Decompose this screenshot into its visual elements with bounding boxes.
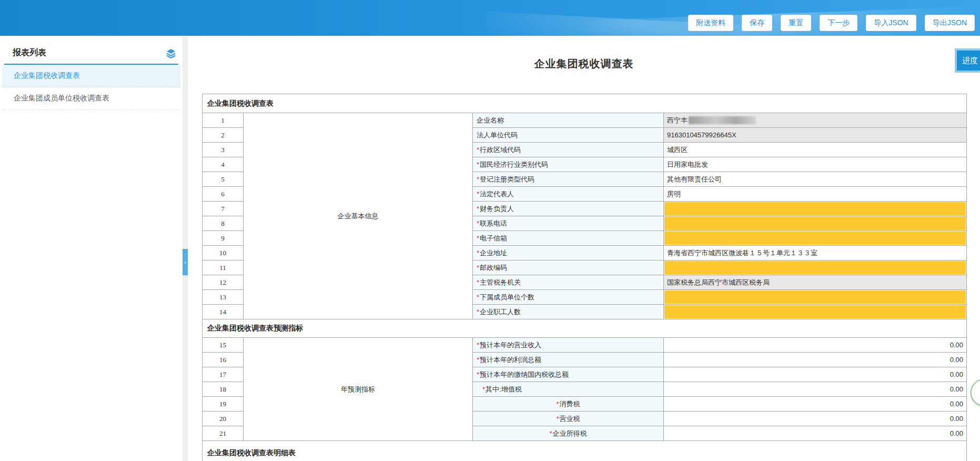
survey-form-table: 企业集团税收调查表企业基本信息1企业名称西宁丰2法人单位代码9163010457…: [202, 94, 967, 461]
row-number-cell: 20: [203, 412, 243, 426]
row-value-field[interactable]: 0.00: [664, 382, 966, 396]
required-asterisk: *: [477, 308, 479, 316]
required-asterisk: *: [477, 249, 479, 257]
sidebar-item-1[interactable]: 企业集团税收调查表: [2, 65, 180, 87]
row-value-field[interactable]: [664, 305, 966, 318]
row-number-cell: 16: [203, 353, 243, 367]
row-number-cell: 10: [203, 246, 243, 260]
sidebar-items: 企业集团税收调查表企业集团成员单位税收调查表: [0, 65, 183, 110]
row-value-cell: 0.00: [664, 426, 966, 440]
row-label-cell: *行政区域代码: [473, 143, 663, 157]
required-asterisk: *: [477, 146, 479, 154]
row-label-cell: *法定代表人: [473, 187, 663, 201]
sidebar-collapse-tab[interactable]: ‹: [183, 249, 188, 275]
row-value-field[interactable]: [664, 232, 966, 245]
required-asterisk: *: [482, 385, 485, 393]
row-number-cell: 15: [203, 338, 243, 352]
row-value-field[interactable]: 房明: [664, 187, 966, 201]
row-number-cell: 18: [203, 382, 243, 396]
sidebar-collapse-strip: ‹: [183, 36, 188, 461]
row-value-field[interactable]: 0.00: [664, 338, 966, 352]
required-asterisk: *: [477, 175, 479, 183]
section-header-1: 企业集团税收调查表: [203, 94, 966, 113]
row-number-cell: 19: [203, 397, 243, 411]
row-label-cell: *登记注册类型代码: [473, 172, 663, 186]
row-value-cell: 西宁丰: [664, 113, 966, 127]
row-value-cell: 城西区: [664, 143, 966, 157]
row-number-cell: 7: [203, 202, 243, 216]
save-button[interactable]: 保存: [742, 15, 772, 31]
import-json-button[interactable]: 导入JSON: [866, 15, 916, 31]
row-value-field[interactable]: [664, 261, 966, 274]
row-label-cell: *企业所得税: [473, 426, 663, 440]
attachments-button[interactable]: 附送资料: [688, 15, 733, 31]
row-value-cell: 0.00: [664, 338, 966, 352]
row-label-cell: *主管税务机关: [473, 275, 663, 289]
row-value-field[interactable]: 日用家电批发: [664, 157, 966, 172]
row-value-field[interactable]: 城西区: [664, 143, 966, 157]
row-value-field[interactable]: 0.00: [664, 426, 966, 440]
row-value-cell: 0.00: [664, 382, 966, 396]
app-window: 附送资料保存重置下一步导入JSON导出JSON 报表列表 企业集团税收调查表企业…: [0, 0, 980, 461]
sidebar-title: 报表列表: [13, 47, 46, 58]
row-label-cell: *预计本年的利润总额: [473, 353, 663, 367]
row-number-cell: 11: [203, 260, 243, 275]
required-asterisk: *: [477, 370, 479, 378]
row-number-cell: 21: [203, 426, 243, 440]
row-value-field: 西宁丰: [664, 113, 966, 127]
row-value-field[interactable]: [664, 202, 966, 215]
row-value-field: 国家税务总局西宁市城西区税务局: [664, 275, 966, 289]
row-label-cell: *联系电话: [473, 216, 663, 230]
row-value-field[interactable]: [664, 217, 966, 230]
section-grid-1: 企业基本信息1企业名称西宁丰2法人单位代码91630104579926645X3…: [203, 113, 966, 319]
row-label-cell: *下属成员单位个数: [473, 290, 663, 304]
row-label-cell: *预计本年的营业收入: [473, 338, 663, 352]
row-number-cell: 2: [203, 128, 243, 142]
sidebar-item-2[interactable]: 企业集团成员单位税收调查表: [2, 87, 180, 110]
row-label-cell: *消费税: [473, 397, 663, 411]
next-step-button[interactable]: 下一步: [820, 15, 857, 31]
row-value-cell: 0.00: [664, 412, 966, 426]
row-number-cell: 3: [203, 143, 243, 157]
row-label-cell: *财务负责人: [473, 202, 663, 216]
section-header-3: 企业集团税收调查表明细表: [203, 440, 966, 461]
row-value-field[interactable]: 0.00: [664, 353, 966, 367]
required-asterisk: *: [477, 161, 479, 168]
required-asterisk: *: [556, 400, 559, 408]
export-json-button[interactable]: 导出JSON: [925, 15, 975, 31]
row-value-cell: 91630104579926645X: [664, 128, 966, 142]
progress-button[interactable]: 进度: [955, 48, 980, 73]
row-label-cell: 企业名称: [473, 113, 663, 127]
required-asterisk: *: [477, 219, 479, 227]
row-number-cell: 4: [203, 157, 243, 172]
required-asterisk: *: [477, 234, 479, 242]
row-value-cell: [664, 231, 966, 245]
required-asterisk: *: [477, 190, 479, 198]
main-content: 企业集团税收调查表 进度 企业集团税收调查表企业基本信息1企业名称西宁丰2法人单…: [188, 36, 980, 461]
row-number-cell: 8: [203, 216, 243, 230]
row-value-field[interactable]: 其他有限责任公司: [664, 172, 966, 186]
row-value-field[interactable]: [664, 290, 966, 304]
reset-button[interactable]: 重置: [781, 15, 811, 31]
row-number-cell: 14: [203, 305, 243, 319]
row-label-cell: *企业职工人数: [473, 305, 663, 319]
row-value-cell: 国家税务总局西宁市城西区税务局: [664, 275, 966, 289]
row-value-field[interactable]: 青海省西宁市城西区微波巷１５号１单元１３３室: [664, 246, 966, 260]
row-number-cell: 9: [203, 231, 243, 245]
required-asterisk: *: [477, 341, 479, 349]
row-value-cell: 0.00: [664, 367, 966, 382]
chevron-left-icon: ‹: [184, 259, 186, 265]
row-value-field[interactable]: 0.00: [664, 367, 966, 382]
row-label-cell: *邮政编码: [473, 260, 663, 275]
layers-icon[interactable]: [166, 48, 176, 58]
row-number-cell: 5: [203, 172, 243, 186]
row-number-cell: 1: [203, 113, 243, 127]
row-value-field[interactable]: 0.00: [664, 412, 966, 426]
required-asterisk: *: [477, 356, 479, 364]
row-value-cell: [664, 260, 966, 275]
row-value-cell: [664, 305, 966, 319]
row-value-field[interactable]: 0.00: [664, 397, 966, 411]
section-grid-2: 年预测指标15*预计本年的营业收入0.0016*预计本年的利润总额0.0017*…: [203, 338, 966, 440]
row-label-cell: *其中:增值税: [473, 382, 663, 396]
row-value-cell: [664, 202, 966, 216]
